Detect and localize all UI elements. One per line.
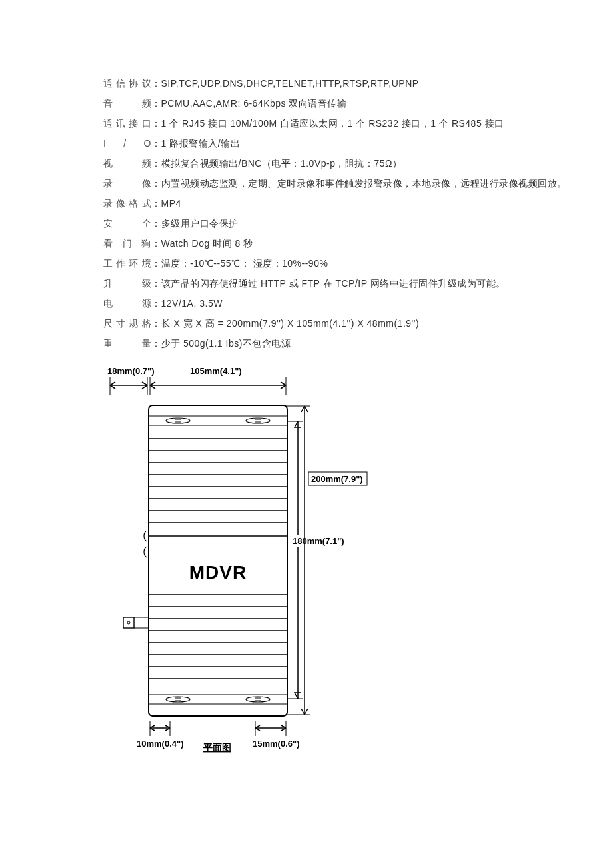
spec-row: 视 频：模拟复合视频输出/BNC（电平：1.0Vp-p，阻抗：75Ω） bbox=[103, 153, 586, 173]
spec-value: SIP,TCP,UDP,DNS,DHCP,TELNET,HTTP,RTSP,RT… bbox=[161, 78, 419, 89]
dim-10mm-label: 10mm(0.4") bbox=[137, 739, 183, 749]
spec-label: I / O bbox=[103, 133, 151, 153]
dimension-diagram: 18mm(0.7") 105mm(4.1") bbox=[103, 365, 410, 765]
spec-value: 长 X 宽 X 高 = 200mm(7.9'') X 105mm(4.1'') … bbox=[161, 318, 420, 329]
spec-value: 1 路报警输入/输出 bbox=[161, 138, 241, 149]
spec-label: 视 频 bbox=[103, 153, 151, 173]
spec-label: 通信协议 bbox=[103, 73, 151, 93]
spec-label: 电 源 bbox=[103, 293, 151, 313]
spec-label: 工作环境 bbox=[103, 253, 151, 273]
spec-row: 录像格式：MP4 bbox=[103, 193, 586, 213]
diagram-caption: 平面图 bbox=[203, 742, 231, 753]
device-body bbox=[149, 405, 287, 716]
spec-row: 看 门 狗：Watch Dog 时间 8 秒 bbox=[103, 233, 586, 253]
spec-label: 安 全 bbox=[103, 213, 151, 233]
device-label: MDVR bbox=[189, 562, 247, 583]
side-tab bbox=[123, 617, 134, 628]
spec-value: 该产品的闪存使得通过 HTTP 或 FTP 在 TCP/IP 网络中进行固件升级… bbox=[161, 278, 506, 289]
spec-value: PCMU,AAC,AMR; 6-64Kbps 双向语音传输 bbox=[161, 98, 347, 109]
spec-label: 录像格式 bbox=[103, 193, 151, 213]
spec-row: 录 像：内置视频动态监测，定期、定时录像和事件触发报警录像，本地录像，远程进行录… bbox=[103, 173, 586, 193]
spec-label: 录 像 bbox=[103, 173, 151, 193]
spec-row: 重 量：少于 500g(1.1 Ibs)不包含电源 bbox=[103, 333, 586, 353]
spec-value: 温度：-10℃--55℃； 湿度：10%--90% bbox=[161, 258, 328, 269]
spec-row: I / O：1 路报警输入/输出 bbox=[103, 133, 586, 153]
spec-value: 内置视频动态监测，定期、定时录像和事件触发报警录像，本地录像，远程进行录像视频回… bbox=[161, 178, 567, 189]
spec-value: MP4 bbox=[161, 198, 181, 209]
spec-list: 通信协议：SIP,TCP,UDP,DNS,DHCP,TELNET,HTTP,RT… bbox=[103, 73, 586, 353]
spec-value: 1 个 RJ45 接口 10M/100M 自适应以太网，1 个 RS232 接口… bbox=[161, 118, 504, 129]
dim-18mm-label: 18mm(0.7") bbox=[107, 366, 154, 376]
spec-label: 音 频 bbox=[103, 93, 151, 113]
spec-row: 工作环境：温度：-10℃--55℃； 湿度：10%--90% bbox=[103, 253, 586, 273]
spec-row: 音 频：PCMU,AAC,AMR; 6-64Kbps 双向语音传输 bbox=[103, 93, 586, 113]
spec-label: 重 量 bbox=[103, 333, 151, 353]
dim-200mm-label: 200mm(7.9") bbox=[311, 474, 363, 484]
page: 通信协议：SIP,TCP,UDP,DNS,DHCP,TELNET,HTTP,RT… bbox=[0, 0, 613, 792]
spec-label: 看 门 狗 bbox=[103, 233, 151, 253]
dim-15mm-label: 15mm(0.6") bbox=[253, 739, 299, 749]
spec-row: 通讯接口：1 个 RJ45 接口 10M/100M 自适应以太网，1 个 RS2… bbox=[103, 113, 586, 133]
spec-row: 安 全：多级用户口令保护 bbox=[103, 213, 586, 233]
spec-label: 尺寸规格 bbox=[103, 313, 151, 333]
spec-value: 多级用户口令保护 bbox=[161, 218, 239, 229]
spec-row: 升 级：该产品的闪存使得通过 HTTP 或 FTP 在 TCP/IP 网络中进行… bbox=[103, 273, 586, 293]
spec-row: 电 源：12V/1A, 3.5W bbox=[103, 293, 586, 313]
spec-row: 尺寸规格：长 X 宽 X 高 = 200mm(7.9'') X 105mm(4.… bbox=[103, 313, 586, 333]
spec-value: 模拟复合视频输出/BNC（电平：1.0Vp-p，阻抗：75Ω） bbox=[161, 158, 402, 169]
spec-value: Watch Dog 时间 8 秒 bbox=[161, 238, 253, 249]
dim-180mm-label: 180mm(7.1") bbox=[293, 536, 344, 546]
spec-value: 12V/1A, 3.5W bbox=[161, 298, 223, 309]
dim-105mm-label: 105mm(4.1") bbox=[190, 366, 242, 376]
spec-label: 通讯接口 bbox=[103, 113, 151, 133]
spec-row: 通信协议：SIP,TCP,UDP,DNS,DHCP,TELNET,HTTP,RT… bbox=[103, 73, 586, 93]
spec-value: 少于 500g(1.1 Ibs)不包含电源 bbox=[161, 338, 291, 349]
spec-label: 升 级 bbox=[103, 273, 151, 293]
